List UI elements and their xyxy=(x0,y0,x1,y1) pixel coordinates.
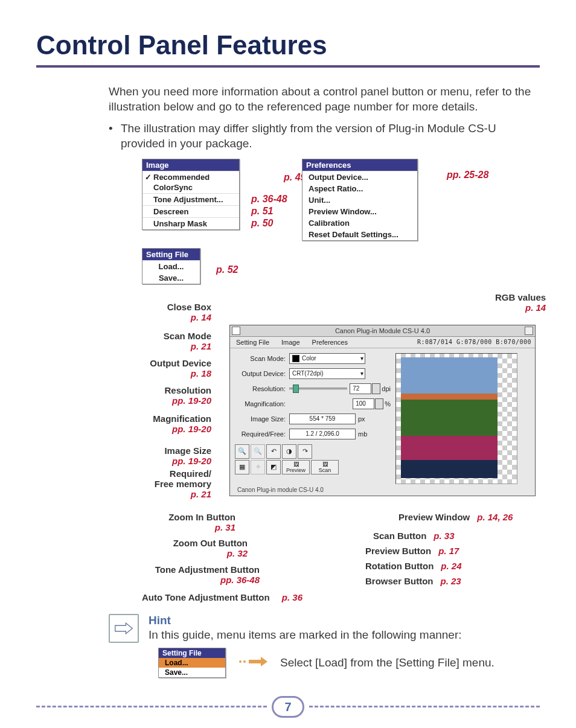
hint-mini-save[interactable]: Save... xyxy=(159,668,225,677)
menu-item-save[interactable]: Save... xyxy=(142,272,200,284)
app-menubar: Setting File Image Preferences R:087/014… xyxy=(230,337,535,348)
rgb-readout: R:087/014 G:078/000 B:070/000 xyxy=(411,339,535,345)
label-rgb-values: RGB valuesp. 14 xyxy=(495,292,546,313)
horizontal-rule xyxy=(36,65,540,68)
preferences-menu-header: Preferences xyxy=(302,159,417,171)
image-menu-header: Image xyxy=(142,159,239,171)
label-image-size: Image Sizepp. 19-20 xyxy=(164,445,211,466)
menubar-image[interactable]: Image xyxy=(275,339,306,346)
resolution-label: Resolution: xyxy=(235,385,289,392)
resolution-field[interactable]: 72 xyxy=(350,383,371,394)
label-magnification: Magnificationpp. 19-20 xyxy=(153,413,211,434)
footer: 7 xyxy=(36,696,540,718)
svg-point-1 xyxy=(243,660,246,663)
page-ref: p. 50 xyxy=(251,218,273,229)
page-ref: p. 51 xyxy=(251,206,273,217)
menu-item-load[interactable]: Load... xyxy=(142,260,200,272)
setting-file-menu-header: Setting File xyxy=(142,249,200,260)
resolution-unit: dpi xyxy=(382,385,391,392)
menu-item-tone-adjustment[interactable]: Tone Adjustment... xyxy=(142,193,239,205)
label-rotation-button: Rotation Buttonp. 24 xyxy=(365,561,462,571)
label-browser-button: Browser Buttonp. 23 xyxy=(365,576,461,586)
hint-example-row: Setting File Load... Save... Select [Loa… xyxy=(109,648,540,678)
hint-icon xyxy=(109,614,139,643)
zoom-in-button[interactable]: 🔍 xyxy=(235,444,249,459)
label-scan-mode: Scan Modep. 21 xyxy=(164,331,211,351)
image-size-field: 554 * 759 xyxy=(289,413,356,424)
page-ref: p. 52 xyxy=(216,264,238,275)
app-window: Canon Plug-in Module CS-U 4.0 Setting Fi… xyxy=(229,325,536,496)
rotate-left-button[interactable]: ↶ xyxy=(266,444,281,459)
image-size-unit: px xyxy=(358,415,365,423)
hint-instruction: Select [Load] from the [Setting File] me… xyxy=(280,656,494,669)
label-zoom-in: Zoom In Buttonp. 31 xyxy=(168,512,235,532)
output-device-select[interactable]: CRT(72dpi) xyxy=(289,368,365,379)
label-preview-window: Preview Windowp. 14, 26 xyxy=(398,512,513,522)
browser-button[interactable]: ▦ xyxy=(235,460,249,474)
app-title: Canon Plug-in Module CS-U 4.0 xyxy=(335,327,430,334)
label-required-free: Required/ Free memoryp. 21 xyxy=(155,468,211,499)
page-number: 7 xyxy=(272,696,304,718)
menubar-preferences[interactable]: Preferences xyxy=(306,339,354,346)
scan-mode-label: Scan Mode: xyxy=(235,355,289,362)
collapse-box-icon[interactable] xyxy=(525,327,533,335)
scan-mode-select[interactable]: Color xyxy=(289,353,365,364)
resolution-stepper[interactable] xyxy=(372,383,380,394)
menu-item-unsharp-mask[interactable]: Unsharp Mask xyxy=(142,217,239,229)
preferences-menu: Preferences Output Device... Aspect Rati… xyxy=(302,159,418,241)
image-menu: Image Recommended ColorSync Tone Adjustm… xyxy=(142,159,240,230)
page-ref: pp. 25-28 xyxy=(447,170,488,180)
image-size-label: Image Size: xyxy=(235,415,289,423)
menu-item-preview-window[interactable]: Preview Window... xyxy=(302,206,417,217)
scan-button[interactable]: 🖼Scan xyxy=(311,460,339,474)
intro-paragraph: When you need more information about a c… xyxy=(109,85,540,114)
label-tone-adjustment-button: Tone Adjustment Buttonpp. 36-48 xyxy=(155,564,260,585)
menu-item-calibration[interactable]: Calibration xyxy=(302,217,417,229)
rotate-button[interactable]: ◑ xyxy=(282,444,296,459)
menu-item-output-device[interactable]: Output Device... xyxy=(302,171,417,183)
reqfree-unit: mb xyxy=(358,430,367,438)
page-title: Control Panel Features xyxy=(36,30,540,60)
hint-mini-header: Setting File xyxy=(159,648,225,658)
magnification-label: Magnification: xyxy=(235,400,289,407)
hint-description: In this guide, menu items are marked in … xyxy=(149,628,462,642)
close-box-icon[interactable] xyxy=(232,327,240,335)
hint-block: Hint In this guide, menu items are marke… xyxy=(109,614,540,643)
hint-title: Hint xyxy=(149,614,462,627)
reqfree-field: 1.2 / 2,096.0 xyxy=(289,429,356,439)
label-preview-button: Preview Buttonp. 17 xyxy=(365,546,459,556)
label-scan-button: Scan Buttonp. 33 xyxy=(373,531,455,541)
menu-item-colorsync[interactable]: ColorSync xyxy=(142,183,239,193)
menu-item-reset-defaults[interactable]: Reset Default Settings... xyxy=(302,229,417,240)
bullet-note: • The illustration may differ slightly f… xyxy=(109,121,540,151)
rotate-right-button[interactable]: ↷ xyxy=(298,444,312,459)
label-auto-tone-adjustment: Auto Tone Adjustment Button p. 36 xyxy=(142,592,302,602)
preview-image xyxy=(401,357,498,478)
auto-tone-button[interactable]: ✧ xyxy=(251,460,265,474)
setting-file-menu: Setting File Load... Save... xyxy=(142,248,200,284)
status-bar: Canon Plug-in module CS-U 4.0 xyxy=(234,485,327,494)
menu-item-descreen[interactable]: Descreen xyxy=(142,205,239,217)
label-close-box: Close Boxp. 14 xyxy=(167,302,211,322)
app-titlebar: Canon Plug-in Module CS-U 4.0 xyxy=(230,325,535,337)
hint-mini-load[interactable]: Load... xyxy=(159,658,225,668)
menu-item-aspect-ratio[interactable]: Aspect Ratio... xyxy=(302,183,417,194)
menubar-setting-file[interactable]: Setting File xyxy=(230,339,275,346)
hint-mini-menu: Setting File Load... Save... xyxy=(158,648,226,678)
label-zoom-out: Zoom Out Buttonp. 32 xyxy=(173,538,248,558)
tone-adjustment-button[interactable]: ◩ xyxy=(266,460,281,474)
diagram: Image Recommended ColorSync Tone Adjustm… xyxy=(109,159,531,605)
resolution-slider[interactable] xyxy=(289,388,347,390)
label-output-device: Output Devicep. 18 xyxy=(150,358,211,378)
zoom-out-button[interactable]: 🔍 xyxy=(251,444,265,459)
magnification-stepper[interactable] xyxy=(375,398,383,409)
page-ref: p. 36-48 xyxy=(251,194,287,205)
reqfree-label: Required/Free: xyxy=(235,430,289,438)
preview-pane[interactable] xyxy=(395,353,517,484)
preview-button[interactable]: 🖼Preview xyxy=(282,460,310,474)
menu-item-unit[interactable]: Unit... xyxy=(302,194,417,206)
menu-item-recommended[interactable]: Recommended xyxy=(142,171,239,183)
svg-point-0 xyxy=(239,660,242,663)
label-resolution: Resolutionpp. 19-20 xyxy=(165,385,212,406)
magnification-field[interactable]: 100 xyxy=(353,398,374,409)
